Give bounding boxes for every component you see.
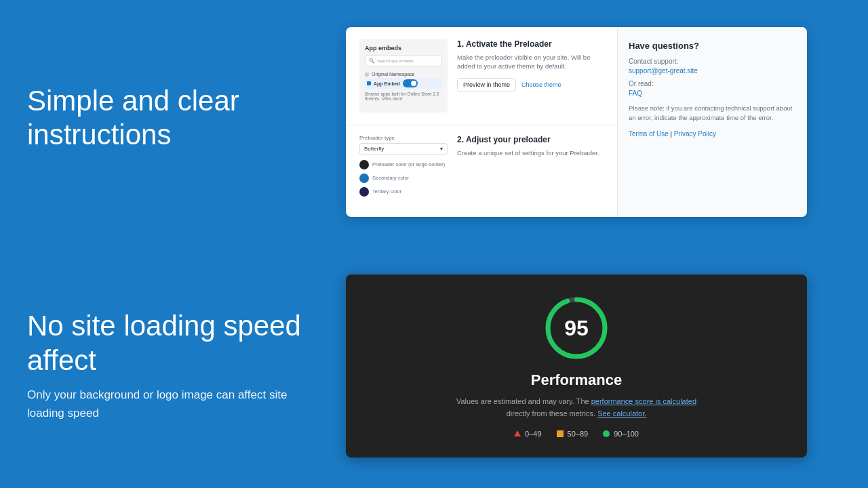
step2-title: 2. Adjust your preloader <box>457 135 604 144</box>
or-read: Or read: <box>629 80 796 87</box>
color-row-2: Secondary color <box>359 174 448 183</box>
sidebar-app-embeds: App embeds <box>365 45 442 52</box>
sidebar-item-label-2: App Embed <box>374 81 400 86</box>
perf-desc-before: Values are estimated and may vary. The <box>456 397 589 405</box>
color-label-3: Tertiary color <box>372 188 401 195</box>
color-row-3: Tertiary color <box>359 187 448 197</box>
choose-theme-link[interactable]: Choose theme <box>521 81 561 88</box>
top-left-text: Simple and clear instructions <box>27 84 312 161</box>
legend-range-high: 90–100 <box>614 430 639 438</box>
top-right-panel: App embeds 🔍 Search app embeds Original … <box>312 27 841 217</box>
step1-buttons: Preview in theme Choose theme <box>457 78 604 92</box>
performance-title: Performance <box>531 371 623 389</box>
color-swatch-2 <box>359 174 369 183</box>
sidebar-search: 🔍 Search app embeds <box>365 56 442 66</box>
triangle-icon <box>514 430 521 436</box>
performance-description: Values are estimated and may vary. The p… <box>456 396 696 420</box>
legend-row: 0–49 50–89 90–100 <box>514 430 639 438</box>
sidebar-item-highlighted: App Embed <box>365 78 442 89</box>
perf-desc-mid: directly from these metrics. <box>507 409 595 418</box>
circle-icon <box>603 430 610 437</box>
color-swatch-3 <box>359 187 369 197</box>
gauge-container: 95 <box>542 294 610 362</box>
sidebar-icon-2 <box>367 81 371 85</box>
step2-content: 2. Adjust your preloader Create a unique… <box>457 135 604 208</box>
terms-row: Terms of Use | Privacy Policy <box>629 130 796 138</box>
preloader-type-value: Butterfly <box>364 146 384 152</box>
help-panel: Have questions? Contact support: support… <box>617 27 807 217</box>
sidebar-item-1: Original Namespace <box>365 70 442 78</box>
sidebar-browse-text: Browse apps built for Online Store 2.0 t… <box>365 92 442 101</box>
legend-item-mid: 50–89 <box>557 430 589 438</box>
step2-area: Preloader type Butterfly ▾ Preloader col… <box>346 125 617 218</box>
color-label-2: Secondary color <box>372 175 409 181</box>
color-swatch-1 <box>359 160 369 169</box>
preloader-type-select[interactable]: Butterfly ▾ <box>359 143 448 155</box>
see-calculator-link[interactable]: See calculator. <box>597 409 646 418</box>
instructions-left: App embeds 🔍 Search app embeds Original … <box>346 27 617 217</box>
faq-link[interactable]: FAQ <box>629 89 796 97</box>
performance-card: 95 Performance Values are estimated and … <box>346 274 807 458</box>
legend-item-high: 90–100 <box>603 430 639 438</box>
legend-range-mid: 50–89 <box>568 430 589 438</box>
preview-theme-button[interactable]: Preview in theme <box>457 78 516 92</box>
perf-score-link[interactable]: performance score is calculated <box>591 397 696 405</box>
step1-content: 1. Activate the Preloader Make the prelo… <box>457 39 604 113</box>
preloader-type-label: Preloader type <box>359 135 448 141</box>
chevron-down-icon: ▾ <box>440 146 443 152</box>
contact-label: Contact support: <box>629 58 796 65</box>
legend-item-low: 0–49 <box>514 430 541 438</box>
bottom-right-panel: 95 Performance Values are estimated and … <box>312 274 841 458</box>
color-row-1: Preloader color (or large border) <box>359 160 448 169</box>
bottom-description: Only your background or logo image can a… <box>27 386 312 422</box>
performance-score: 95 <box>564 316 589 341</box>
bottom-heading: No site loading speed affect <box>27 309 312 378</box>
toggle-switch[interactable] <box>403 79 418 87</box>
search-icon: 🔍 <box>369 58 375 64</box>
privacy-link[interactable]: Privacy Policy <box>674 130 716 138</box>
contact-email-link[interactable]: support@get-great.site <box>629 67 796 75</box>
terms-link[interactable]: Terms of Use <box>629 130 669 138</box>
instructions-card: App embeds 🔍 Search app embeds Original … <box>346 27 807 217</box>
help-note: Please note: if you are contacting techn… <box>629 104 796 123</box>
top-heading: Simple and clear instructions <box>27 84 312 152</box>
step2-description: Create a unique set of settings for your… <box>457 148 604 157</box>
color-label-1: Preloader color (or large border) <box>372 161 445 167</box>
step1-area: App embeds 🔍 Search app embeds Original … <box>346 27 617 125</box>
top-section: Simple and clear instructions App embeds… <box>0 0 868 244</box>
bottom-section: No site loading speed affect Only your b… <box>0 244 868 488</box>
legend-range-low: 0–49 <box>525 430 541 438</box>
sidebar-item-label-1: Original Namespace <box>372 72 414 77</box>
bottom-left-text: No site loading speed affect Only your b… <box>27 309 312 422</box>
preloader-settings: Preloader type Butterfly ▾ Preloader col… <box>359 135 448 208</box>
search-placeholder: Search app embeds <box>377 59 414 63</box>
square-icon <box>557 430 564 437</box>
pipe-separator: | <box>671 130 674 138</box>
shopify-sidebar: App embeds 🔍 Search app embeds Original … <box>359 39 448 113</box>
sidebar-icon-1 <box>365 73 369 77</box>
step1-description: Make the preloader visible on your site.… <box>457 53 604 71</box>
step1-title: 1. Activate the Preloader <box>457 39 604 49</box>
help-title: Have questions? <box>629 41 796 51</box>
